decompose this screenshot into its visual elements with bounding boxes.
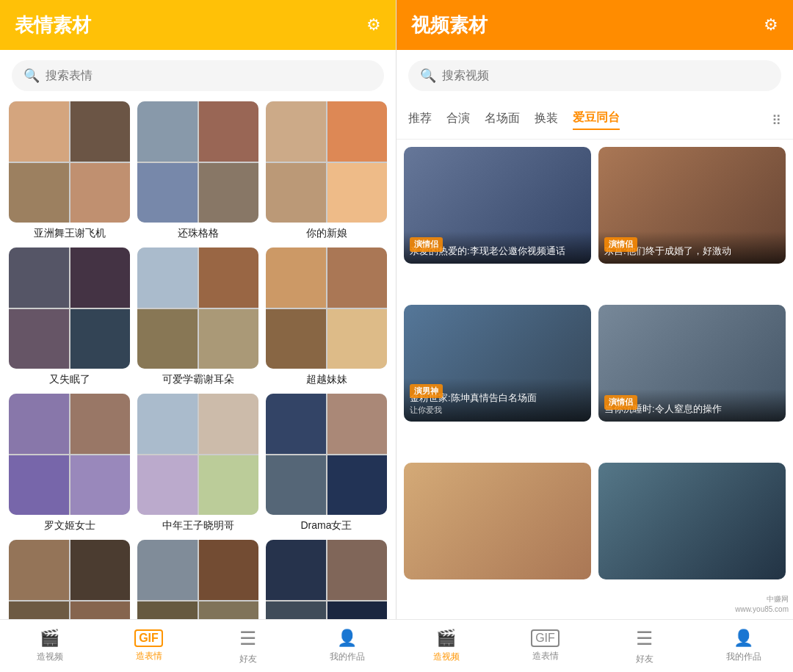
right-nav-friends-label: 好友: [636, 653, 653, 665]
grid-thumb-8: [266, 394, 387, 515]
grid-row-3: 罗文姬女士 中年王子晓明哥: [9, 394, 387, 532]
tab-recommend[interactable]: 推荐: [408, 111, 432, 129]
watermark: 中赚网www.you85.com: [735, 594, 789, 615]
right-nav-gif-icon: GIF: [531, 629, 560, 647]
grid-label-5: 超越妹妹: [306, 373, 347, 386]
right-nav-gif[interactable]: GIF 造表情: [496, 629, 595, 662]
left-nav-friends[interactable]: ☰ 好友: [198, 627, 297, 665]
right-nav-mywork[interactable]: 👤 我的作品: [694, 629, 793, 663]
video-sub-2: 让你爱我: [410, 405, 585, 416]
right-nav-gif-label: 造表情: [532, 650, 559, 662]
left-search-wrap[interactable]: 🔍: [12, 60, 384, 91]
left-nav-gif-icon: GIF: [134, 629, 163, 647]
left-panel: 表情素材 ⚙ 🔍 亚洲舞王谢飞机: [0, 0, 396, 672]
grid-item-1[interactable]: 还珠格格: [137, 101, 258, 240]
grid-label-7: 中年王子晓明哥: [162, 519, 234, 532]
right-nav-video[interactable]: 🎬 造视频: [396, 629, 496, 663]
grid-label-6: 罗文姬女士: [44, 519, 95, 532]
grid-row-1: 亚洲舞王谢飞机 还珠格格: [9, 101, 387, 240]
left-nav-video[interactable]: 🎬 造视频: [0, 629, 99, 663]
grid-item-5[interactable]: 超越妹妹: [266, 248, 387, 386]
left-nav-friends-icon: ☰: [239, 627, 256, 650]
left-nav-gif-label: 造表情: [136, 650, 162, 662]
video-info-1: 演情侣 东宫:他们终于成婚了，好激动: [598, 231, 786, 264]
grid-item-6[interactable]: 罗文姬女士: [9, 394, 130, 532]
video-info-0: 演情侣 亲爱的热爱的:李现老公邀你视频通话: [404, 231, 591, 264]
video-info-3: 演情侣 当你沉睡时:令人窒息的操作: [598, 389, 786, 422]
left-bottom-nav: 🎬 造视频 GIF 造表情 ☰ 好友 👤 我的作品: [0, 619, 396, 672]
right-header: 视频素材 ⚙: [396, 0, 793, 50]
grid-thumb-0: [9, 101, 130, 223]
grid-thumb-1: [137, 101, 258, 223]
tab-more-icon[interactable]: ⠿: [772, 112, 781, 129]
grid-row-2: 又失眠了 可爱学霸谢耳朵: [9, 248, 387, 386]
right-bottom-nav: 🎬 造视频 GIF 造表情 ☰ 好友 👤 我的作品: [396, 619, 793, 672]
tabs-bar: 推荐 合演 名场面 换装 爱豆同台 ⠿: [396, 101, 793, 140]
right-panel: 视频素材 ⚙ 🔍 推荐 合演 名场面 换装 爱豆同台 ⠿ 演情侣 亲爱的热爱的:…: [396, 0, 793, 672]
grid-item-3[interactable]: 又失眠了: [9, 248, 130, 386]
right-nav-mywork-label: 我的作品: [726, 651, 761, 663]
grid-label-1: 还珠格格: [178, 227, 219, 240]
right-nav-friends[interactable]: ☰ 好友: [595, 627, 694, 665]
grid-label-8: Drama女王: [300, 519, 352, 532]
right-nav-video-icon: 🎬: [436, 629, 456, 648]
tab-outfit[interactable]: 换装: [535, 111, 558, 129]
grid-item-8[interactable]: Drama女王: [266, 394, 387, 532]
left-header: 表情素材 ⚙: [0, 0, 396, 50]
video-card-5[interactable]: [598, 463, 786, 579]
left-search-input[interactable]: [46, 69, 372, 82]
video-card-1[interactable]: 演情侣 东宫:他们终于成婚了，好激动: [598, 147, 786, 264]
video-card-2[interactable]: 演男神 金粉世家:陈坤真情告白名场面 让你爱我: [404, 305, 591, 422]
video-card-0[interactable]: 演情侣 亲爱的热爱的:李现老公邀你视频通话: [404, 147, 591, 264]
right-search-bar: 🔍: [396, 50, 793, 101]
left-nav-video-icon: 🎬: [40, 629, 59, 648]
grid-thumb-2: [266, 101, 387, 223]
left-search-icon: 🔍: [23, 68, 40, 84]
video-tag-0: 演情侣: [410, 237, 443, 251]
left-grid-container: 亚洲舞王谢飞机 还珠格格: [0, 101, 396, 672]
left-nav-gif[interactable]: GIF 造表情: [99, 629, 198, 662]
grid-item-0[interactable]: 亚洲舞王谢飞机: [9, 101, 130, 240]
grid-label-3: 又失眠了: [49, 373, 90, 386]
grid-thumb-5: [266, 248, 387, 369]
grid-thumb-3: [9, 248, 130, 369]
grid-thumb-7: [137, 394, 258, 515]
video-tag-3: 演情侣: [604, 395, 637, 409]
video-tag-1: 演情侣: [604, 237, 637, 251]
video-card-3[interactable]: 演情侣 当你沉睡时:令人窒息的操作: [598, 305, 786, 422]
video-card-4[interactable]: [404, 463, 591, 579]
right-search-wrap[interactable]: 🔍: [408, 60, 781, 91]
left-nav-friends-label: 好友: [239, 653, 257, 665]
right-search-input[interactable]: [442, 69, 770, 82]
right-nav-video-label: 造视频: [433, 651, 460, 663]
grid-item-2[interactable]: 你的新娘: [266, 101, 387, 240]
left-nav-mywork-label: 我的作品: [330, 651, 365, 663]
grid-label-4: 可爱学霸谢耳朵: [162, 373, 234, 386]
left-filter-icon[interactable]: ⚙: [366, 15, 381, 35]
video-grid: 演情侣 亲爱的热爱的:李现老公邀你视频通话 演情侣 东宫:他们终于成婚了，好激动…: [396, 140, 793, 672]
left-header-title: 表情素材: [15, 12, 91, 38]
grid-label-0: 亚洲舞王谢飞机: [34, 227, 106, 240]
video-tag-2: 演男神: [410, 384, 443, 398]
right-nav-mywork-icon: 👤: [734, 629, 753, 648]
grid-thumb-4: [137, 248, 258, 369]
right-search-icon: 🔍: [420, 68, 436, 84]
left-nav-video-label: 造视频: [37, 651, 63, 663]
grid-label-2: 你的新娘: [306, 227, 347, 240]
left-nav-mywork-icon: 👤: [337, 629, 357, 648]
video-info-2: 演男神 金粉世家:陈坤真情告白名场面 让你爱我: [404, 378, 591, 422]
right-nav-friends-icon: ☰: [636, 627, 653, 650]
tab-idol[interactable]: 爱豆同台: [573, 110, 620, 130]
grid-item-4[interactable]: 可爱学霸谢耳朵: [137, 248, 258, 386]
left-search-bar: 🔍: [0, 50, 396, 101]
left-nav-mywork[interactable]: 👤 我的作品: [297, 629, 396, 663]
right-header-title: 视频素材: [411, 12, 488, 38]
grid-item-7[interactable]: 中年王子晓明哥: [137, 394, 258, 532]
right-filter-icon[interactable]: ⚙: [764, 15, 778, 35]
tab-scene[interactable]: 名场面: [485, 111, 520, 129]
grid-thumb-6: [9, 394, 130, 515]
tab-coop[interactable]: 合演: [446, 111, 470, 129]
